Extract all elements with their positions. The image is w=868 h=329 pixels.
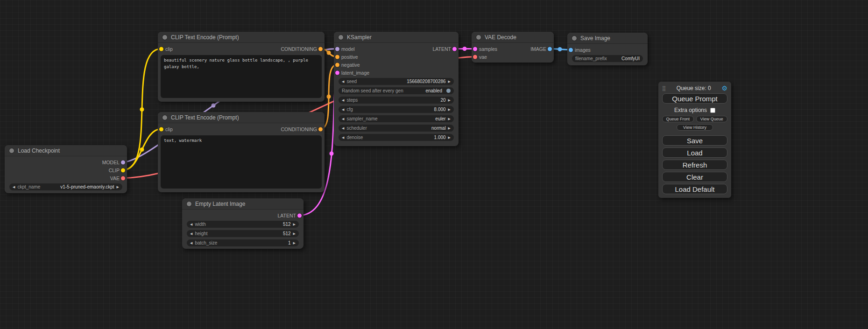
node-collapse-dot-icon[interactable] [162, 35, 167, 40]
decrement-arrow-icon[interactable]: ◀ [342, 126, 344, 130]
model-input-socket[interactable] [335, 47, 339, 51]
increment-arrow-icon[interactable]: ▶ [448, 136, 451, 139]
decrement-arrow-icon[interactable]: ◀ [342, 80, 344, 83]
output-label: CONDITIONING [281, 126, 317, 132]
node-collapse-dot-icon[interactable] [162, 115, 167, 120]
node-load-checkpoint[interactable]: Load Checkpoint MODEL CLIP VAE ◀ ckpt_na… [5, 145, 127, 193]
node-collapse-dot-icon[interactable] [9, 148, 14, 153]
decrement-arrow-icon[interactable]: ◀ [342, 98, 344, 102]
increment-arrow-icon[interactable]: ▶ [117, 185, 119, 189]
decrement-arrow-icon[interactable]: ◀ [342, 117, 344, 120]
latent-image-input-socket[interactable] [335, 70, 339, 75]
vae-decode-title-bar[interactable]: VAE Decode [472, 32, 554, 43]
sampler-name-widget[interactable]: ◀ sampler_name euler ▶ [339, 115, 454, 122]
load-checkpoint-title-bar[interactable]: Load Checkpoint [5, 145, 127, 156]
toggle-enabled-icon[interactable] [446, 89, 451, 93]
save-image-title-bar[interactable]: Save Image [567, 33, 648, 44]
positive-input-socket[interactable] [335, 55, 339, 59]
latent-output-socket[interactable] [452, 47, 457, 51]
graph-canvas[interactable]: Load Checkpoint MODEL CLIP VAE ◀ ckpt_na… [0, 0, 868, 329]
clip-output-socket[interactable] [121, 168, 125, 172]
widget-label: height [195, 231, 207, 236]
model-output-socket[interactable] [121, 160, 125, 164]
clip-encode-title-bar[interactable]: CLIP Text Encode (Prompt) [158, 112, 325, 123]
queue-front-button[interactable]: Queue Front [662, 116, 694, 122]
increment-arrow-icon[interactable]: ▶ [448, 108, 451, 111]
cfg-widget[interactable]: ◀ cfg 8.000 ▶ [339, 106, 454, 113]
image-output-socket[interactable] [548, 47, 552, 51]
decrement-arrow-icon[interactable]: ◀ [190, 223, 192, 226]
view-history-button[interactable]: View History [677, 124, 713, 131]
width-widget[interactable]: ◀ width 512 ▶ [187, 221, 299, 228]
widget-value: euler [435, 116, 445, 121]
queue-prompt-button[interactable]: Queue Prompt [662, 93, 727, 104]
scheduler-widget[interactable]: ◀ scheduler normal ▶ [339, 125, 454, 132]
node-save-image[interactable]: Save Image images filename_prefix ComfyU… [567, 33, 648, 65]
decrement-arrow-icon[interactable]: ◀ [13, 185, 15, 189]
node-clip-text-encode-negative[interactable]: CLIP Text Encode (Prompt) clip CONDITION… [158, 112, 325, 192]
ksampler-title-bar[interactable]: KSampler [334, 32, 459, 43]
view-queue-button[interactable]: View Queue [696, 116, 728, 122]
load-default-button[interactable]: Load Default [662, 184, 727, 194]
increment-arrow-icon[interactable]: ▶ [448, 126, 451, 130]
decrement-arrow-icon[interactable]: ◀ [190, 232, 192, 235]
node-collapse-dot-icon[interactable] [572, 36, 577, 41]
load-button[interactable]: Load [662, 147, 727, 158]
negative-input-socket[interactable] [335, 63, 339, 67]
widget-label: Random seed after every gen [342, 88, 403, 93]
decrement-arrow-icon[interactable]: ◀ [342, 136, 344, 139]
refresh-button[interactable]: Refresh [662, 160, 727, 170]
link-midpoint-dot [212, 104, 216, 108]
increment-arrow-icon[interactable]: ▶ [293, 232, 296, 235]
vae-output-socket[interactable] [121, 176, 125, 180]
wire-clip-to-negative [123, 129, 161, 170]
widget-value: enabled [425, 88, 442, 93]
increment-arrow-icon[interactable]: ▶ [448, 98, 451, 102]
node-empty-latent-image[interactable]: Empty Latent Image LATENT ◀ width 512 ▶ … [182, 198, 303, 249]
empty-latent-title-bar[interactable]: Empty Latent Image [182, 198, 303, 210]
conditioning-output-socket[interactable] [318, 47, 323, 51]
clip-input-socket[interactable] [159, 47, 163, 51]
height-widget[interactable]: ◀ height 512 ▶ [187, 230, 299, 237]
random-seed-toggle-widget[interactable]: Random seed after every gen enabled [339, 87, 454, 94]
conditioning-output-socket[interactable] [318, 127, 323, 131]
increment-arrow-icon[interactable]: ▶ [293, 241, 296, 245]
node-clip-text-encode-positive[interactable]: CLIP Text Encode (Prompt) clip CONDITION… [158, 32, 325, 102]
drag-handle-icon[interactable]: ⣿ [662, 85, 666, 91]
settings-gear-icon[interactable]: ⚙ [721, 85, 727, 91]
node-collapse-dot-icon[interactable] [339, 35, 343, 40]
prompt-textarea[interactable]: beautiful scenery nature glass bottle la… [161, 55, 322, 98]
increment-arrow-icon[interactable]: ▶ [448, 80, 451, 83]
clear-button[interactable]: Clear [662, 172, 727, 182]
node-collapse-dot-icon[interactable] [476, 35, 481, 40]
save-button[interactable]: Save [662, 135, 727, 146]
node-title: Load Checkpoint [18, 147, 60, 154]
decrement-arrow-icon[interactable]: ◀ [190, 241, 192, 245]
widget-value: 512 [283, 231, 291, 236]
node-ksampler[interactable]: KSampler model LATENT positive negative … [334, 32, 459, 146]
vae-input-socket[interactable] [473, 55, 477, 59]
increment-arrow-icon[interactable]: ▶ [293, 223, 296, 226]
ckpt-name-widget[interactable]: ◀ ckpt_name v1-5-pruned-emaonly.ckpt ▶ [9, 183, 122, 190]
input-row-negative: negative [334, 61, 459, 69]
link-midpoint-dot [330, 152, 334, 156]
decrement-arrow-icon[interactable]: ◀ [342, 108, 344, 111]
extra-options-checkbox[interactable] [710, 108, 715, 113]
node-vae-decode[interactable]: VAE Decode samples IMAGE vae [472, 32, 554, 63]
seed-widget[interactable]: ◀ seed 156680208700286 ▶ [339, 78, 454, 85]
samples-input-socket[interactable] [473, 47, 477, 51]
prompt-textarea[interactable]: text, watermark [161, 135, 322, 189]
images-input-socket[interactable] [569, 48, 573, 52]
wire-clip-to-positive [123, 49, 161, 170]
steps-widget[interactable]: ◀ steps 20 ▶ [339, 97, 454, 104]
clip-encode-title-bar[interactable]: CLIP Text Encode (Prompt) [158, 32, 325, 43]
widget-value: v1-5-pruned-emaonly.ckpt [60, 184, 114, 189]
node-collapse-dot-icon[interactable] [187, 202, 191, 206]
batch-size-widget[interactable]: ◀ batch_size 1 ▶ [187, 239, 299, 246]
output-label: CLIP [109, 168, 120, 173]
latent-output-socket[interactable] [297, 213, 302, 217]
increment-arrow-icon[interactable]: ▶ [448, 117, 451, 120]
denoise-widget[interactable]: ◀ denoise 1.000 ▶ [339, 134, 454, 141]
filename-prefix-widget[interactable]: filename_prefix ComfyUI [572, 55, 643, 62]
clip-input-socket[interactable] [159, 127, 163, 131]
